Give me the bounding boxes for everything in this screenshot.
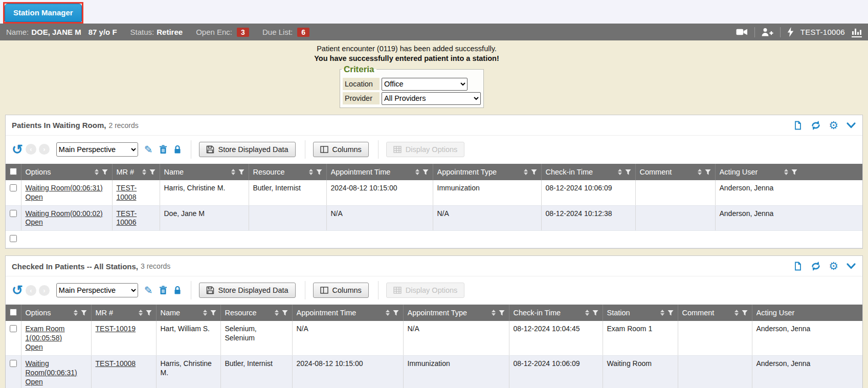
sort-icon[interactable] [142, 169, 146, 175]
lock-icon[interactable] [173, 286, 182, 295]
export-page-icon[interactable] [793, 120, 803, 131]
sort-icon[interactable] [660, 310, 664, 316]
cell-checkin: 08-12-2024 10:12:38 [541, 205, 635, 231]
row-checkbox[interactable] [10, 325, 17, 332]
location-select[interactable]: Office [382, 78, 468, 91]
filter-icon[interactable] [667, 310, 674, 316]
filter-icon[interactable] [422, 169, 429, 175]
row-checkbox[interactable] [10, 184, 17, 191]
bar-chart-icon[interactable] [852, 27, 862, 37]
edit-perspective-icon[interactable]: ✎ [144, 145, 153, 154]
sort-icon[interactable] [74, 310, 78, 316]
filter-icon[interactable] [393, 310, 399, 316]
record-count: 2 records [108, 121, 138, 130]
sort-icon[interactable] [698, 169, 702, 175]
filter-icon[interactable] [102, 169, 108, 175]
column-header-mr: MR # [91, 305, 156, 321]
cell-name: Doe, Jane M [160, 205, 249, 231]
select-all-footer-checkbox[interactable] [10, 235, 17, 242]
mr-number-link[interactable]: TEST-10008 [96, 359, 136, 369]
lock-icon[interactable] [173, 145, 182, 154]
gear-icon[interactable]: ⚙ [829, 261, 838, 271]
due-list-badge[interactable]: 6 [297, 28, 309, 37]
mr-number-link[interactable]: TEST-10006 [117, 209, 155, 228]
columns-button[interactable]: Columns [313, 283, 369, 298]
filter-icon[interactable] [316, 169, 322, 175]
row-checkbox[interactable] [10, 210, 17, 217]
open-link[interactable]: Open [26, 343, 43, 352]
sort-icon[interactable] [95, 169, 99, 175]
column-header-comment: Comment [678, 305, 752, 321]
waiting-room-table: Options MR # Name Resource Appointment T… [6, 164, 863, 249]
open-link[interactable]: Open [26, 218, 43, 227]
filter-icon[interactable] [499, 310, 505, 316]
select-all-checkbox[interactable] [10, 309, 17, 316]
sort-icon[interactable] [386, 310, 390, 316]
criteria-fieldset: Criteria Location Office Provider All Pr… [340, 64, 484, 108]
store-displayed-data-button[interactable]: Store Displayed Data [199, 142, 296, 157]
add-person-icon[interactable] [762, 28, 773, 37]
tab-station-manager[interactable]: Station Manager [5, 4, 82, 22]
sort-icon[interactable] [492, 310, 496, 316]
edit-perspective-icon[interactable]: ✎ [144, 286, 153, 295]
filter-icon[interactable] [705, 169, 711, 175]
filter-icon[interactable] [149, 169, 155, 175]
sort-icon[interactable] [524, 169, 528, 175]
reset-perspective-icon[interactable]: ↺ [12, 285, 23, 296]
next-perspective-icon[interactable]: › [39, 285, 50, 296]
delete-perspective-icon[interactable] [159, 286, 167, 295]
columns-button[interactable]: Columns [313, 142, 369, 157]
station-timer-link[interactable]: Waiting Room(00:06:31) [26, 359, 87, 378]
sort-icon[interactable] [203, 310, 207, 316]
filter-icon[interactable] [791, 169, 797, 175]
filter-icon[interactable] [210, 310, 216, 316]
column-header-options: Options [21, 164, 112, 180]
filter-icon[interactable] [238, 169, 244, 175]
station-timer-link[interactable]: Exam Room 1(00:05:58) [26, 325, 87, 343]
sort-icon[interactable] [309, 169, 313, 175]
filter-icon[interactable] [531, 169, 537, 175]
perspective-select[interactable]: Main Perspective [56, 283, 138, 297]
sort-icon[interactable] [415, 169, 419, 175]
collapse-chevron-icon[interactable] [846, 121, 856, 130]
provider-select[interactable]: All Providers [382, 92, 481, 105]
station-timer-link[interactable]: Waiting Room(00:00:02) [26, 209, 103, 219]
next-perspective-icon[interactable]: › [39, 144, 50, 155]
filter-icon[interactable] [742, 310, 748, 316]
reset-perspective-icon[interactable]: ↺ [12, 144, 23, 155]
filter-icon[interactable] [146, 310, 152, 316]
open-link[interactable]: Open [26, 378, 43, 387]
sort-icon[interactable] [139, 310, 143, 316]
station-timer-link[interactable]: Waiting Room(00:06:31) [26, 184, 103, 193]
export-page-icon[interactable] [793, 261, 803, 271]
filter-icon[interactable] [592, 310, 598, 316]
select-all-checkbox[interactable] [10, 168, 17, 175]
collapse-chevron-icon[interactable] [846, 262, 856, 270]
filter-icon[interactable] [282, 310, 288, 316]
delete-perspective-icon[interactable] [159, 145, 167, 154]
mr-number-link[interactable]: TEST-10019 [96, 325, 136, 334]
mr-number-link[interactable]: TEST-10008 [117, 184, 155, 202]
sort-icon[interactable] [585, 310, 589, 316]
open-enc-badge[interactable]: 3 [237, 28, 249, 37]
cell-name: Harris, Christine M. [160, 180, 249, 205]
column-header-station: Station [603, 305, 678, 321]
refresh-icon[interactable] [811, 120, 821, 131]
sort-icon[interactable] [275, 310, 279, 316]
sort-icon[interactable] [231, 169, 235, 175]
sort-icon[interactable] [735, 310, 739, 316]
lightning-bolt-icon[interactable] [787, 27, 794, 37]
gear-icon[interactable]: ⚙ [829, 120, 838, 131]
row-checkbox[interactable] [10, 360, 17, 367]
video-camera-icon[interactable] [736, 28, 748, 36]
refresh-icon[interactable] [811, 261, 821, 271]
sort-icon[interactable] [618, 169, 622, 175]
prev-perspective-icon[interactable]: ‹ [26, 144, 36, 155]
filter-icon[interactable] [81, 310, 87, 316]
filter-icon[interactable] [625, 169, 631, 175]
perspective-select[interactable]: Main Perspective [56, 142, 138, 157]
open-link[interactable]: Open [26, 193, 43, 202]
sort-icon[interactable] [784, 169, 788, 175]
prev-perspective-icon[interactable]: ‹ [26, 285, 36, 296]
store-displayed-data-button[interactable]: Store Displayed Data [199, 283, 296, 298]
